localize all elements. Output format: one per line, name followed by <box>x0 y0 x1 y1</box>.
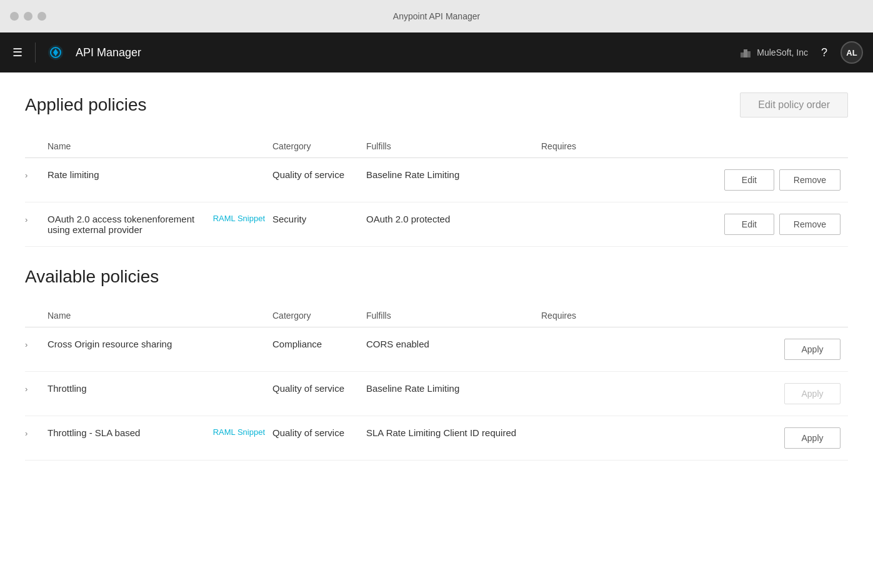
avail-policy-fulfills-1: CORS enabled <box>366 339 429 349</box>
svg-rect-2 <box>747 51 751 57</box>
navbar: ☰ API Manager MuleSoft, Inc ? AL <box>0 32 873 72</box>
applied-policies-table: Name Catergory Fulfills Requires › Rate … <box>25 135 848 247</box>
traffic-lights <box>10 12 46 21</box>
avail-policy-category-1: Compliance <box>272 339 322 349</box>
traffic-light-maximize <box>37 12 46 21</box>
available-policies-title: Available policies <box>25 267 159 287</box>
applied-policy-actions-1: Edit Remove <box>641 169 841 191</box>
available-policy-row-2: › Throttling Quality of service Baseline… <box>25 372 848 416</box>
app-name: API Manager <box>76 46 141 59</box>
app-logo-icon <box>46 42 66 62</box>
org-info: MuleSoft, Inc <box>739 46 808 59</box>
available-policy-row-3: › Throttling - SLA based RAML Snippet Qu… <box>25 416 848 461</box>
remove-policy-2-button[interactable]: Remove <box>779 214 841 235</box>
avail-policy-category-3: Quality of service <box>272 427 344 438</box>
avail-policy-fulfills-3: SLA Rate Limiting Client ID required <box>366 427 516 438</box>
avail-policy-name-1: Cross Origin resource sharing <box>47 339 172 349</box>
nav-divider <box>35 42 36 62</box>
applied-policy-name-1: Rate limiting <box>47 169 99 180</box>
avail-policy-name-cell-3: Throttling - SLA based RAML Snippet <box>47 427 265 438</box>
available-policies-header: Available policies <box>25 267 848 287</box>
col-header-applied-fulfills: Fulfills <box>366 135 541 158</box>
remove-policy-1-button[interactable]: Remove <box>779 169 841 191</box>
applied-policies-title: Applied policies <box>25 95 147 115</box>
col-header-applied-requires: Requires <box>541 135 641 158</box>
applied-policy-fulfills-2: OAuth 2.0 protected <box>366 214 450 224</box>
title-bar: Anypoint API Manager <box>0 0 873 32</box>
applied-policy-name-cell-2: OAuth 2.0 access tokenenforement using e… <box>47 214 265 235</box>
col-header-applied-category: Catergory <box>272 135 366 158</box>
avail-policy-actions-3: Apply <box>641 427 841 449</box>
col-header-avail-category: Catergory <box>272 304 366 327</box>
raml-snippet-link-avail-3[interactable]: RAML Snippet <box>213 427 265 437</box>
applied-policy-row-1: › Rate limiting Quality of service Basel… <box>25 158 848 202</box>
expand-icon-applied-2[interactable]: › <box>25 215 27 224</box>
expand-icon-avail-3[interactable]: › <box>25 429 27 438</box>
help-button[interactable]: ? <box>816 44 833 61</box>
edit-policy-order-button[interactable]: Edit policy order <box>740 92 848 117</box>
section-gap <box>25 247 848 267</box>
avail-policy-name-3: Throttling - SLA based <box>47 427 203 438</box>
user-avatar[interactable]: AL <box>841 41 863 64</box>
avail-policy-actions-1: Apply <box>641 339 841 360</box>
avail-policy-name-2: Throttling <box>47 383 87 394</box>
col-header-avail-fulfills: Fulfills <box>366 304 541 327</box>
applied-policy-category-1: Quality of service <box>272 169 344 180</box>
col-header-avail-actions <box>641 304 848 327</box>
applied-policy-fulfills-1: Baseline Rate Limiting <box>366 169 459 180</box>
avail-policy-category-2: Quality of service <box>272 383 344 394</box>
traffic-light-close <box>10 12 19 21</box>
applied-policies-header: Applied policies Edit policy order <box>25 92 848 117</box>
expand-icon-avail-2[interactable]: › <box>25 384 27 394</box>
col-header-avail-expand <box>25 304 47 327</box>
org-name: MuleSoft, Inc <box>757 47 808 57</box>
apply-policy-2-button: Apply <box>784 383 841 404</box>
col-header-avail-name: Name <box>47 304 272 327</box>
available-policy-row-1: › Cross Origin resource sharing Complian… <box>25 327 848 372</box>
col-header-applied-name: Name <box>47 135 272 158</box>
col-header-expand <box>25 135 47 158</box>
edit-policy-2-button[interactable]: Edit <box>724 214 774 235</box>
expand-icon-applied-1[interactable]: › <box>25 171 27 180</box>
applied-policy-actions-2: Edit Remove <box>641 214 841 235</box>
applied-policy-row-2: › OAuth 2.0 access tokenenforement using… <box>25 202 848 247</box>
col-header-applied-actions <box>641 135 848 158</box>
avail-policy-actions-2: Apply <box>641 383 841 404</box>
col-header-avail-requires: Requires <box>541 304 641 327</box>
main-content: Applied policies Edit policy order Name … <box>0 72 873 588</box>
traffic-light-minimize <box>24 12 32 21</box>
applied-policy-category-2: Security <box>272 214 306 224</box>
hamburger-icon[interactable]: ☰ <box>10 43 25 62</box>
expand-icon-avail-1[interactable]: › <box>25 340 27 349</box>
apply-policy-3-button[interactable]: Apply <box>784 427 841 449</box>
applied-policy-name-2: OAuth 2.0 access tokenenforement using e… <box>47 214 203 235</box>
org-icon <box>739 46 752 59</box>
avail-policy-fulfills-2: Baseline Rate Limiting <box>366 383 459 394</box>
raml-snippet-link-applied-2[interactable]: RAML Snippet <box>213 214 265 223</box>
window-title: Anypoint API Manager <box>393 11 480 21</box>
available-policies-table: Name Catergory Fulfills Requires › Cross… <box>25 304 848 461</box>
apply-policy-1-button[interactable]: Apply <box>784 339 841 360</box>
edit-policy-1-button[interactable]: Edit <box>724 169 774 191</box>
